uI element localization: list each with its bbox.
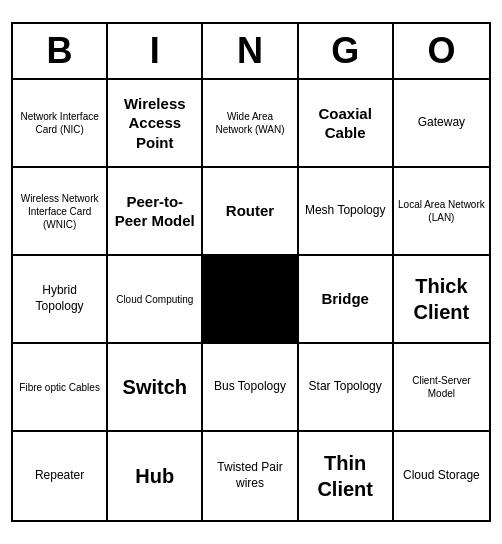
bingo-cell-3: Coaxial Cable <box>299 80 394 168</box>
cell-text-0: Network Interface Card (NIC) <box>17 110 102 136</box>
cell-text-10: Hybrid Topology <box>17 283 102 314</box>
bingo-cell-11: Cloud Computing <box>108 256 203 344</box>
bingo-cell-15: Fibre optic Cables <box>13 344 108 432</box>
bingo-cell-7: Router <box>203 168 298 256</box>
cell-text-2: Wide Area Network (WAN) <box>207 110 292 136</box>
bingo-cell-22: Twisted Pair wires <box>203 432 298 520</box>
bingo-cell-13: Bridge <box>299 256 394 344</box>
bingo-cell-24: Cloud Storage <box>394 432 489 520</box>
bingo-cell-6: Peer-to-Peer Model <box>108 168 203 256</box>
cell-text-23: Thin Client <box>303 450 388 502</box>
bingo-cell-1: Wireless Access Point <box>108 80 203 168</box>
bingo-letter-g: G <box>299 24 394 78</box>
cell-text-4: Gateway <box>418 115 465 131</box>
bingo-letter-b: B <box>13 24 108 78</box>
bingo-cell-23: Thin Client <box>299 432 394 520</box>
bingo-cell-19: Client-Server Model <box>394 344 489 432</box>
free-space <box>203 256 296 342</box>
cell-text-16: Switch <box>123 374 187 400</box>
bingo-grid: Network Interface Card (NIC)Wireless Acc… <box>13 80 489 520</box>
bingo-letter-o: O <box>394 24 489 78</box>
cell-text-6: Peer-to-Peer Model <box>112 192 197 231</box>
bingo-cell-5: Wireless Network Interface Card (WNIC) <box>13 168 108 256</box>
bingo-cell-8: Mesh Topology <box>299 168 394 256</box>
bingo-cell-9: Local Area Network (LAN) <box>394 168 489 256</box>
bingo-cell-2: Wide Area Network (WAN) <box>203 80 298 168</box>
cell-text-1: Wireless Access Point <box>112 94 197 153</box>
cell-text-11: Cloud Computing <box>116 293 193 306</box>
cell-text-17: Bus Topology <box>214 379 286 395</box>
cell-text-8: Mesh Topology <box>305 203 386 219</box>
cell-text-9: Local Area Network (LAN) <box>398 198 485 224</box>
bingo-cell-14: Thick Client <box>394 256 489 344</box>
cell-text-7: Router <box>226 201 274 221</box>
bingo-cell-20: Repeater <box>13 432 108 520</box>
bingo-cell-4: Gateway <box>394 80 489 168</box>
cell-text-18: Star Topology <box>309 379 382 395</box>
cell-text-15: Fibre optic Cables <box>19 381 100 394</box>
cell-text-22: Twisted Pair wires <box>207 460 292 491</box>
bingo-cell-21: Hub <box>108 432 203 520</box>
bingo-letter-n: N <box>203 24 298 78</box>
bingo-cell-0: Network Interface Card (NIC) <box>13 80 108 168</box>
bingo-cell-18: Star Topology <box>299 344 394 432</box>
cell-text-24: Cloud Storage <box>403 468 480 484</box>
bingo-card: BINGO Network Interface Card (NIC)Wirele… <box>11 22 491 522</box>
bingo-header: BINGO <box>13 24 489 80</box>
cell-text-14: Thick Client <box>398 273 485 325</box>
cell-text-5: Wireless Network Interface Card (WNIC) <box>17 192 102 231</box>
cell-text-19: Client-Server Model <box>398 374 485 400</box>
cell-text-3: Coaxial Cable <box>303 104 388 143</box>
bingo-cell-17: Bus Topology <box>203 344 298 432</box>
cell-text-20: Repeater <box>35 468 84 484</box>
bingo-cell-16: Switch <box>108 344 203 432</box>
cell-text-13: Bridge <box>321 289 369 309</box>
bingo-cell-10: Hybrid Topology <box>13 256 108 344</box>
bingo-letter-i: I <box>108 24 203 78</box>
cell-text-21: Hub <box>135 463 174 489</box>
bingo-cell-12 <box>203 256 298 344</box>
